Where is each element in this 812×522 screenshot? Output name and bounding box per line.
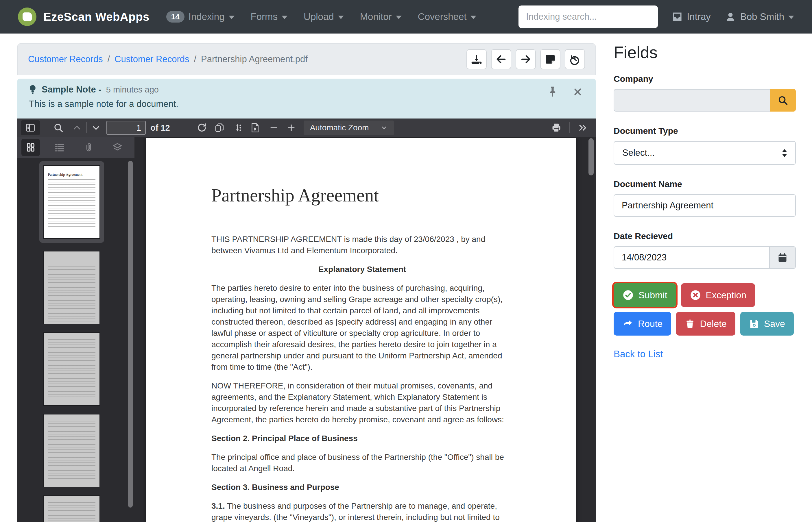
print-icon [551, 123, 561, 133]
zoom-level-select[interactable]: Automatic Zoom [304, 121, 394, 135]
route-button[interactable]: Route [614, 312, 671, 336]
back-to-list-link[interactable]: Back to List [614, 348, 663, 360]
previous-document-button[interactable] [491, 49, 511, 69]
viewer-scrollbar[interactable] [589, 138, 594, 176]
nav-item-upload[interactable]: Upload [304, 11, 344, 22]
pdf-thumbnail-sidebar: Partnership Agreement [17, 158, 135, 522]
nav-item-monitor[interactable]: Monitor [360, 11, 402, 22]
paperclip-icon [83, 142, 93, 153]
zoom-out-button[interactable] [270, 123, 278, 132]
history-button[interactable] [565, 49, 585, 69]
secondary-toolbar-button[interactable] [577, 123, 588, 133]
sidebar-toggle-button[interactable] [21, 120, 40, 135]
pin-icon[interactable] [548, 86, 557, 98]
previous-page-button[interactable] [72, 123, 82, 133]
arrow-left-icon [495, 54, 507, 65]
plus-icon [287, 123, 296, 132]
thumbnails-view-button[interactable] [21, 139, 40, 156]
route-arrow-icon [622, 318, 633, 329]
next-document-button[interactable] [516, 49, 536, 69]
document-type-label: Document Type [614, 126, 799, 136]
attachments-view-button[interactable] [79, 139, 98, 156]
note-alert: Sample Note - 5 minutes ago This is a sa… [17, 79, 596, 119]
delete-button[interactable]: Delete [676, 312, 735, 336]
submit-button[interactable]: Submit [614, 283, 676, 307]
page-count-label: of 12 [151, 123, 170, 133]
page-number-input[interactable] [106, 121, 146, 135]
history-icon [569, 54, 581, 65]
company-label: Company [614, 74, 799, 84]
double-chevron-right-icon [577, 123, 588, 133]
lightbulb-icon [28, 85, 37, 95]
note-timestamp: 5 minutes ago [106, 85, 159, 95]
find-button[interactable] [53, 123, 64, 133]
intray-button[interactable]: Intray [672, 11, 711, 22]
ezescan-logo-icon [18, 7, 36, 26]
layers-view-button[interactable] [108, 139, 127, 156]
export-spreadsheet-button[interactable] [251, 123, 260, 133]
thumbnail-page-2[interactable] [43, 251, 100, 324]
nav-links: 14 Indexing Forms Upload Monitor Coversh… [166, 11, 477, 23]
chevron-down-icon [282, 16, 288, 19]
indexing-search-input[interactable] [518, 5, 658, 28]
close-icon[interactable] [573, 87, 582, 97]
print-button[interactable] [551, 123, 561, 133]
date-received-input[interactable] [614, 246, 770, 269]
notes-button[interactable] [540, 49, 560, 69]
exception-button[interactable]: Exception [681, 283, 755, 307]
pdf-page-1: Partnership Agreement THIS PARTNERSHIP A… [146, 138, 576, 522]
pdf-paragraph: NOW THEREFORE, in consideration of their… [211, 380, 513, 425]
next-page-button[interactable] [92, 123, 101, 133]
chevron-down-icon [788, 16, 794, 19]
intray-icon [672, 11, 683, 22]
breadcrumb-customer-records-2[interactable]: Customer Records [115, 54, 189, 64]
note-body: This is a sample note for a document. [29, 99, 585, 109]
brand[interactable]: EzeScan WebApps [18, 7, 150, 26]
outline-view-button[interactable] [50, 139, 69, 156]
nav-item-coversheet[interactable]: Coversheet [418, 11, 477, 22]
nav-item-forms[interactable]: Forms [251, 11, 288, 22]
page-views-button[interactable] [215, 123, 224, 133]
company-input[interactable] [614, 89, 770, 112]
nav-item-indexing[interactable]: 14 Indexing [166, 11, 235, 23]
pdf-document-title: Partnership Agreement [211, 185, 513, 206]
brand-name: EzeScan WebApps [43, 11, 150, 23]
chevron-down-icon [229, 16, 235, 19]
date-picker-button[interactable] [770, 246, 796, 269]
download-button[interactable] [467, 49, 487, 69]
chevron-down-icon [92, 123, 101, 133]
pdf-paragraph: The parties hereto desire to enter into … [211, 282, 513, 373]
calendar-icon [777, 252, 788, 263]
chevron-down-icon [396, 16, 402, 19]
trash-icon [685, 318, 695, 329]
breadcrumb-customer-records-1[interactable]: Customer Records [28, 54, 103, 64]
document-type-select[interactable]: Select... [614, 141, 796, 165]
thumbnail-page-5[interactable] [43, 496, 100, 522]
document-header-bar: Customer Records / Customer Records / Pa… [17, 43, 596, 75]
company-search-button[interactable] [770, 89, 796, 112]
thumbnails-grid-icon [26, 142, 36, 152]
pdf-paragraph: 3.1. The business and purposes of the Pa… [211, 500, 513, 522]
layers-icon [112, 142, 123, 153]
spreadsheet-file-icon [251, 123, 260, 133]
pdf-sidebar-header [17, 137, 135, 158]
thumbnail-page-4[interactable] [43, 414, 100, 487]
scroll-mode-button[interactable] [233, 123, 242, 133]
sidebar-toggle-icon [25, 123, 36, 133]
rotate-button[interactable] [196, 123, 206, 133]
zoom-in-button[interactable] [287, 123, 296, 132]
fields-heading: Fields [614, 43, 799, 62]
chevron-down-icon [380, 124, 388, 131]
user-menu[interactable]: Bob Smith [725, 11, 794, 23]
copy-pages-icon [215, 123, 224, 133]
chevron-up-icon [72, 123, 82, 133]
breadcrumb-current-file: Partnership Agreement.pdf [201, 54, 308, 64]
sidebar-scrollbar[interactable] [128, 161, 133, 507]
thumbnail-page-1-selected[interactable]: Partnership Agreement [39, 161, 104, 243]
fields-panel: Fields Company Document Type Select... D… [614, 43, 799, 360]
save-button[interactable]: Save [740, 312, 794, 336]
document-name-input[interactable] [614, 194, 796, 217]
chevron-down-icon [471, 16, 476, 19]
arrow-right-icon [520, 54, 532, 65]
thumbnail-page-3[interactable] [43, 333, 100, 406]
